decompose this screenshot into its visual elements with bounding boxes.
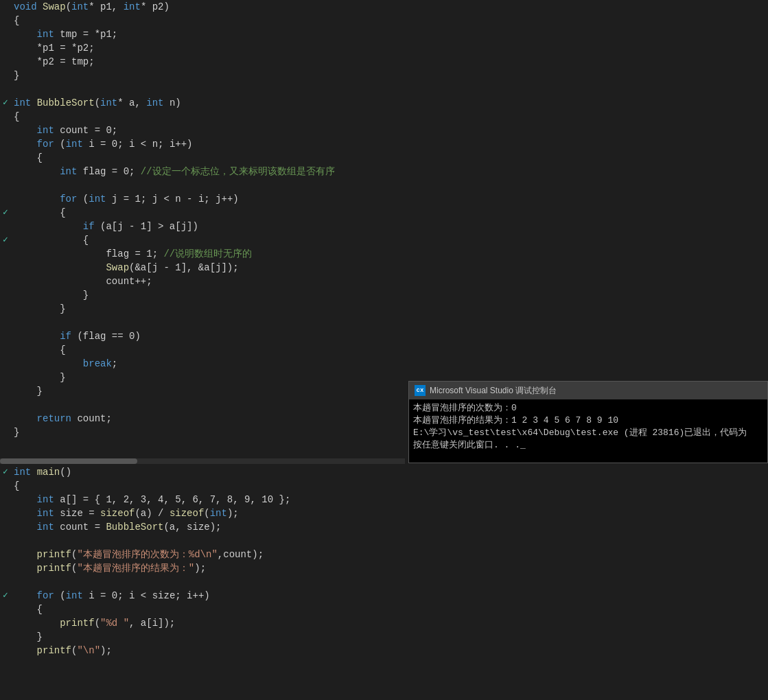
line-31: return count; xyxy=(0,412,405,425)
line-19: flag = 1; //说明数组时无序的 xyxy=(0,247,405,261)
line-28: } xyxy=(0,371,405,384)
line-14 xyxy=(0,178,405,192)
line-16: ✓ { xyxy=(0,206,405,220)
line-10: int count = 0; xyxy=(0,124,405,137)
line-27: break; xyxy=(0,357,405,371)
line-8: ✓ int BubbleSort(int* a, int n) xyxy=(0,96,405,110)
line-12: { xyxy=(0,151,405,165)
main-line-13: } xyxy=(0,630,405,644)
editor-right xyxy=(405,0,768,381)
main-line-8: printf("本趟冒泡排序的结果为："); xyxy=(0,561,405,575)
console-window: cx Microsoft Visual Studio 调试控制台 本趟冒泡排序的… xyxy=(408,381,768,463)
line-20: Swap(&a[j - 1], &a[j]); xyxy=(0,261,405,275)
horizontal-scrollbar[interactable] xyxy=(0,458,405,464)
console-body: 本趟冒泡排序的次数为：0 本趟冒泡排序的结果为：1 2 3 4 5 6 7 8 … xyxy=(409,399,767,454)
line-30 xyxy=(0,398,405,412)
line-25: if (flag == 0) xyxy=(0,329,405,343)
console-line-1: 本趟冒泡排序的次数为：0 xyxy=(413,402,763,415)
line-15: for (int j = 1; j < n - i; j++) xyxy=(0,192,405,206)
main-line-5: int count = BubbleSort(a, size); xyxy=(0,520,405,534)
main-line-14: printf("\n"); xyxy=(0,644,405,657)
line-9: { xyxy=(0,110,405,124)
line-4: *p1 = *p2; xyxy=(0,41,405,55)
main-line-9 xyxy=(0,575,405,589)
line-7 xyxy=(0,82,405,96)
console-line-2: 本趟冒泡排序的结果为：1 2 3 4 5 6 7 8 9 10 xyxy=(413,415,763,427)
line-5: *p2 = tmp; xyxy=(0,55,405,69)
code-top: void Swap(int* p1, int* p2) { int tmp = … xyxy=(0,0,405,439)
scrollbar-thumb[interactable] xyxy=(0,458,137,464)
line-1: void Swap(int* p1, int* p2) xyxy=(0,0,405,14)
main-line-2: { xyxy=(0,479,405,493)
line-22: } xyxy=(0,288,405,302)
editor-bottom: ✓ int main() { int a[] = { 1, 2, 3, 4, 5… xyxy=(0,465,405,700)
line-32: } xyxy=(0,425,405,439)
line-11: for (int i = 0; i < n; i++) xyxy=(0,137,405,151)
main-line-4: int size = sizeof(a) / sizeof(int); xyxy=(0,506,405,520)
line-3: int tmp = *p1; xyxy=(0,27,405,41)
main-line-3: int a[] = { 1, 2, 3, 4, 5, 6, 7, 8, 9, 1… xyxy=(0,493,405,506)
main-line-7: printf("本趟冒泡排序的次数为：%d\n",count); xyxy=(0,548,405,561)
editor-right-bottom xyxy=(405,463,768,700)
main-line-12: printf("%d ", a[i]); xyxy=(0,616,405,630)
line-21: count++; xyxy=(0,275,405,288)
console-titlebar: cx Microsoft Visual Studio 调试控制台 xyxy=(409,382,767,399)
line-18: ✓ { xyxy=(0,233,405,247)
main-line-10: ✓ for (int i = 0; i < size; i++) xyxy=(0,589,405,603)
code-bottom: ✓ int main() { int a[] = { 1, 2, 3, 4, 5… xyxy=(0,465,405,657)
line-17: if (a[j - 1] > a[j]) xyxy=(0,220,405,233)
line-24 xyxy=(0,316,405,329)
console-title: Microsoft Visual Studio 调试控制台 xyxy=(430,385,557,397)
line-26: { xyxy=(0,343,405,357)
main-line-11: { xyxy=(0,603,405,616)
console-app-icon: cx xyxy=(415,385,426,396)
console-line-4: E:\学习\vs_test\test\x64\Debug\test.exe (进… xyxy=(413,427,763,439)
main-line-1: ✓ int main() xyxy=(0,465,405,479)
line-23: } xyxy=(0,302,405,316)
console-line-5: 按任意键关闭此窗口. . ._ xyxy=(413,439,763,452)
line-2: { xyxy=(0,14,405,27)
main-line-6 xyxy=(0,534,405,548)
line-6: } xyxy=(0,69,405,82)
line-13: int flag = 0; //设定一个标志位，又来标明该数组是否有序 xyxy=(0,165,405,178)
line-29: } xyxy=(0,384,405,398)
